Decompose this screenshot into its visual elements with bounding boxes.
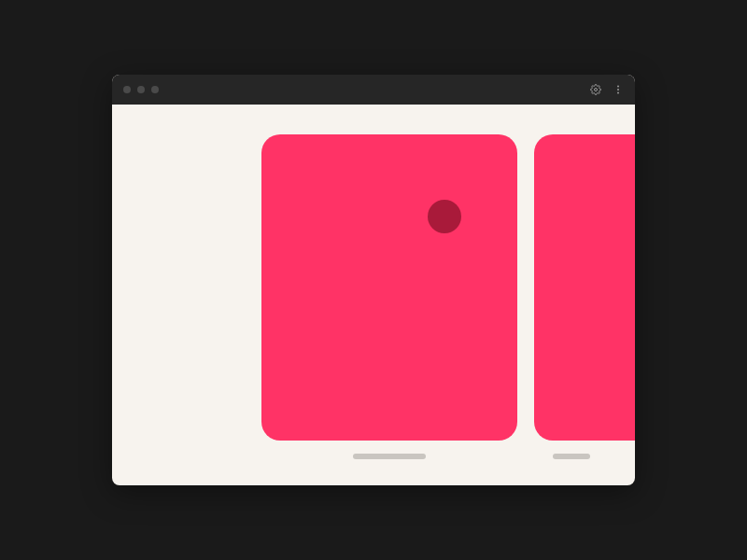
maximize-window-button[interactable] bbox=[151, 86, 159, 93]
svg-point-3 bbox=[617, 92, 619, 94]
card-carousel[interactable] bbox=[261, 134, 635, 459]
minimize-window-button[interactable] bbox=[137, 86, 145, 93]
title-bar bbox=[112, 75, 635, 105]
content-area bbox=[112, 105, 635, 485]
card-item bbox=[261, 134, 517, 459]
traffic-lights bbox=[123, 86, 159, 93]
card-caption-placeholder bbox=[353, 454, 426, 459]
card[interactable] bbox=[261, 134, 517, 441]
svg-point-0 bbox=[595, 89, 598, 91]
card-accent-dot bbox=[428, 200, 461, 233]
more-vertical-icon[interactable] bbox=[613, 84, 624, 95]
card-caption-placeholder bbox=[553, 454, 590, 459]
close-window-button[interactable] bbox=[123, 86, 131, 93]
gear-icon[interactable] bbox=[590, 84, 601, 95]
svg-point-1 bbox=[617, 86, 619, 88]
card[interactable] bbox=[534, 134, 635, 441]
svg-point-2 bbox=[617, 89, 619, 91]
browser-window bbox=[112, 75, 635, 485]
title-bar-actions bbox=[590, 84, 624, 95]
card-item bbox=[534, 134, 635, 459]
